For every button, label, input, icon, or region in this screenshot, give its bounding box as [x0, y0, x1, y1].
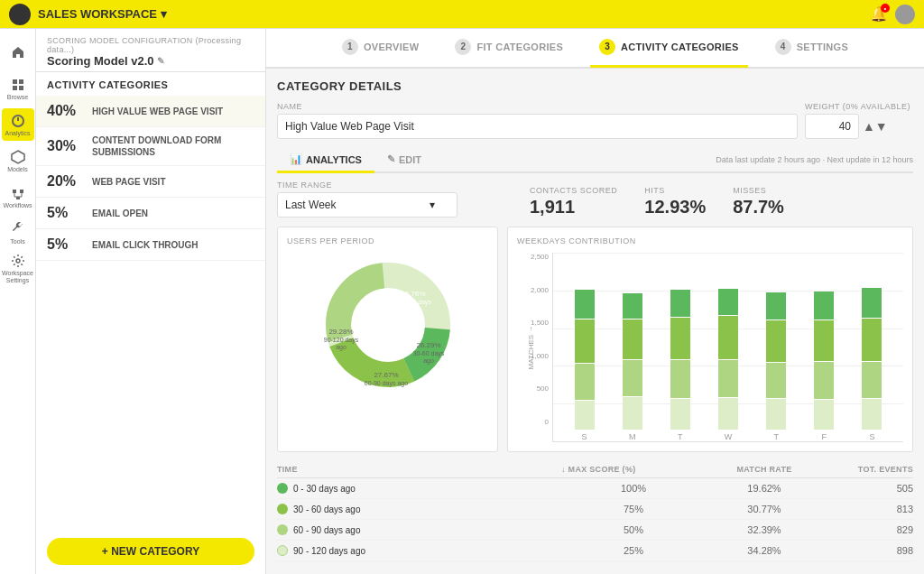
name-label: NAME [277, 102, 798, 111]
bar-seg [718, 360, 738, 397]
cell-match-3: 34.28% [706, 545, 823, 556]
bar-seg [670, 290, 690, 317]
app-logo [9, 4, 31, 25]
category-pct-0: 40% [47, 103, 83, 119]
sub-tab-edit[interactable]: ✎ EDIT [374, 148, 434, 173]
metric-misses: MISSES 87.7% [733, 186, 784, 218]
sidebar-item-home[interactable] [2, 36, 34, 69]
time-range-value: Last Week [285, 199, 336, 211]
sidebar-item-browse[interactable]: Browse [2, 72, 34, 105]
bar-label-w: W [725, 432, 733, 441]
svg-text:26.29%: 26.29% [416, 341, 440, 349]
bar-seg [814, 292, 834, 319]
svg-text:30-60 days: 30-60 days [412, 350, 444, 357]
bar-seg [718, 398, 738, 430]
tab-activity-categories[interactable]: 3 ACTIVITY CATEGORIES [590, 29, 748, 68]
category-name-0: HIGH VALUE WEB PAGE VISIT [92, 106, 223, 117]
bar-chart-section: WEEKDAYS CONTRIBUTION 2,500 2,000 1,500 … [507, 227, 913, 452]
svg-rect-1 [19, 79, 23, 84]
sidebar-item-models[interactable]: Models [2, 144, 34, 177]
left-panel: SCORING MODEL CONFIGURATION (Processing … [36, 29, 266, 574]
svg-text:27.67%: 27.67% [374, 371, 398, 379]
bar-label-t1: T [678, 432, 683, 441]
bar-seg [670, 399, 690, 430]
notifications-bell[interactable]: 🔔 • [870, 5, 888, 23]
sidebar-icons: Browse Analytics Models Workflows Tools … [0, 29, 36, 574]
edit-model-name-icon[interactable]: ✎ [157, 56, 164, 66]
y-tick-500: 500 [537, 384, 549, 393]
category-details-title: CATEGORY DETAILS [277, 79, 913, 93]
category-name-3: EMAIL OPEN [92, 208, 148, 219]
tab-activity-num: 3 [599, 39, 615, 55]
tab-overview[interactable]: 1 OVERVIEW [333, 29, 429, 68]
tab-fit-num: 2 [455, 39, 471, 55]
bar-group-f: F [800, 253, 848, 441]
data-update-note: Data last update 2 hours ago · Next upda… [716, 155, 913, 164]
bar-group-m: M [608, 253, 656, 441]
category-item-1[interactable]: 30% CONTENT DOWNLOAD FORM SUBMISSIONS [36, 127, 265, 166]
sub-tab-edit-label: EDIT [399, 154, 421, 165]
weight-arrow-icon[interactable]: ▲▼ [863, 119, 888, 134]
bar-seg [862, 399, 882, 430]
scoring-config-label: SCORING MODEL CONFIGURATION (Processing … [47, 36, 254, 54]
bar-groups: S [553, 253, 903, 441]
time-dot-3 [277, 545, 288, 556]
bar-seg [766, 363, 786, 398]
bar-label-f: F [822, 432, 827, 441]
new-category-button[interactable]: + NEW CATEGORY [47, 538, 254, 565]
bar-seg [814, 320, 834, 361]
category-item-4[interactable]: 5% EMAIL CLICK THROUGH [36, 229, 265, 261]
bar-label-s2: S [869, 432, 874, 441]
col-score: ↓ MAX SCORE (%) [561, 465, 706, 474]
workspace-title[interactable]: SALES WORKSPACE ▾ [38, 7, 167, 21]
bar-seg [814, 400, 834, 430]
sidebar-item-workspace-settings[interactable]: Workspace Settings [2, 253, 34, 285]
weight-input[interactable]: 40 [805, 114, 859, 139]
cell-score-3: 25% [561, 545, 706, 556]
category-list: 40% HIGH VALUE WEB PAGE VISIT 30% CONTEN… [36, 96, 265, 529]
svg-text:ago: ago [336, 344, 346, 351]
col-match: MATCH RATE [706, 465, 823, 474]
category-pct-3: 5% [47, 205, 83, 221]
bar-seg [623, 293, 642, 319]
bar-seg [718, 316, 738, 359]
sidebar-item-analytics[interactable]: Analytics [2, 108, 34, 141]
category-item-0[interactable]: 40% HIGH VALUE WEB PAGE VISIT [36, 96, 265, 127]
table-row-2: 60 - 90 days ago 50% 32.39% 829 [277, 520, 913, 541]
time-range-arrow: ▾ [430, 199, 435, 211]
time-text-0: 0 - 30 days ago [293, 484, 356, 494]
user-avatar[interactable] [895, 5, 915, 24]
category-item-3[interactable]: 5% EMAIL OPEN [36, 198, 265, 229]
metric-hits: HITS 12.93% [644, 186, 706, 218]
name-value[interactable]: High Value Web Page Visit [277, 114, 798, 139]
bar-group-w: W [704, 253, 752, 441]
time-range-select[interactable]: Last Week ▾ [277, 192, 457, 218]
bar-group-s1: S [560, 253, 608, 441]
sub-tab-analytics[interactable]: 📊 ANALYTICS [277, 148, 374, 173]
sidebar-item-workflows[interactable]: Workflows [2, 181, 34, 213]
time-text-1: 30 - 60 days ago [293, 505, 361, 514]
time-dot-2 [277, 524, 288, 535]
cell-score-2: 50% [561, 524, 706, 535]
tab-overview-label: OVERVIEW [364, 42, 420, 52]
bar-seg [623, 397, 642, 430]
col-events: TOT. EVENTS [823, 465, 913, 474]
bar-seg [718, 289, 738, 315]
sidebar-item-tools[interactable]: Tools [2, 217, 34, 249]
cell-match-2: 32.39% [706, 524, 823, 535]
category-item-2[interactable]: 20% WEB PAGE VISIT [36, 166, 265, 198]
y-tick-2000: 2,000 [531, 286, 549, 294]
donut-chart: 16.76% 0 – 30 days ago 26.29% 30-60 days… [316, 253, 460, 397]
weight-inner: 40 ▲▼ [805, 114, 913, 139]
category-pct-1: 30% [47, 138, 83, 154]
cell-time-1: 30 - 60 days ago [277, 504, 561, 514]
sub-tabs: 📊 ANALYTICS ✎ EDIT Data last update 2 ho… [277, 148, 913, 173]
svg-text:16.76%: 16.76% [401, 290, 425, 298]
cell-events-2: 829 [823, 524, 913, 535]
tab-fit-categories[interactable]: 2 FIT CATEGORIES [446, 29, 572, 68]
tab-settings[interactable]: 4 SETTINGS [766, 29, 857, 68]
top-bar-right: 🔔 • [870, 5, 915, 24]
bar-seg [862, 288, 882, 318]
bar-seg [766, 292, 786, 319]
svg-text:60-90 days ago: 60-90 days ago [364, 380, 407, 387]
